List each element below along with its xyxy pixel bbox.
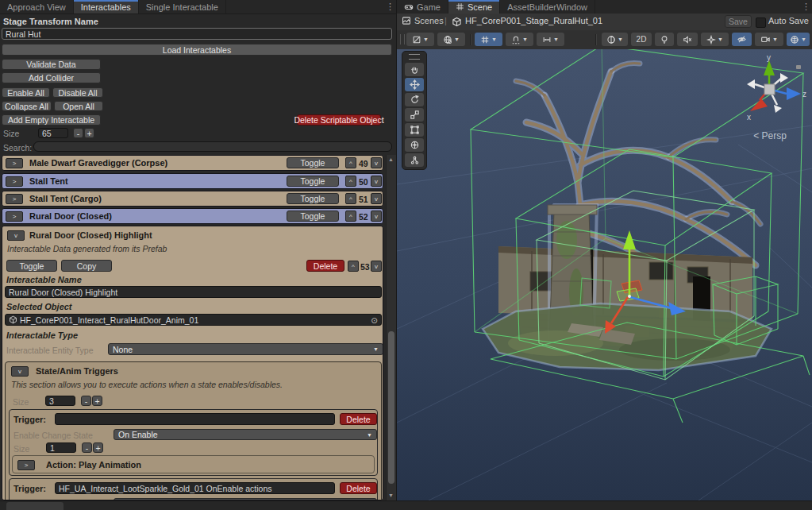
move-down-button[interactable]: v <box>371 193 382 204</box>
size-input[interactable] <box>38 128 68 138</box>
gizmo-z-cone[interactable] <box>787 87 801 100</box>
toggle-button[interactable]: Toggle <box>6 260 57 272</box>
scale-tool[interactable] <box>405 108 424 122</box>
gizmo-neg-axis-cone[interactable] <box>780 73 788 83</box>
2d-toggle-button[interactable]: 2D <box>631 33 652 46</box>
effects-toggle-button[interactable]: ▼ <box>701 33 729 46</box>
tab-scene[interactable]: Scene <box>448 0 500 14</box>
toggle-button[interactable]: Toggle <box>287 193 339 204</box>
auto-save-checkbox[interactable] <box>756 17 766 28</box>
enable-all-button[interactable]: Enable All <box>2 87 50 98</box>
gizmo-x-cone[interactable] <box>750 99 768 111</box>
object-target-icon[interactable]: ⊙ <box>371 315 378 325</box>
interactable-row[interactable]: > Rural Door (Closed) Toggle ^ 52 v <box>2 208 383 224</box>
disable-all-button[interactable]: Disable All <box>52 87 103 98</box>
stage-name-input[interactable] <box>2 28 392 40</box>
actions-size-input[interactable] <box>46 442 76 453</box>
load-interactables-button[interactable]: Load Interactables <box>2 44 392 56</box>
add-collider-button[interactable]: Add Collider <box>2 72 101 83</box>
add-empty-interactable-button[interactable]: Add Empty Interactable <box>2 114 101 126</box>
move-up-button[interactable]: ^ <box>345 176 356 187</box>
scroll-up-icon[interactable]: ▲ <box>387 156 395 162</box>
delete-trigger-button[interactable]: Delete <box>340 413 377 425</box>
snap-increment-button[interactable]: ▼ <box>537 33 564 46</box>
interactable-row[interactable]: > Male Dwarf Gravedigger (Corpse) Toggle… <box>2 155 383 171</box>
size-plus-button[interactable]: + <box>84 128 94 138</box>
expand-button[interactable]: > <box>6 158 23 168</box>
custom-tool[interactable] <box>405 153 424 167</box>
toggle-button[interactable]: Toggle <box>287 211 339 222</box>
enable-change-state-dropdown[interactable]: On Enable ▼ <box>114 429 377 440</box>
expand-button[interactable]: > <box>6 176 23 187</box>
tab-game[interactable]: Game <box>397 0 448 14</box>
scrollbar-thumb[interactable] <box>388 331 394 484</box>
size-plus-button[interactable]: + <box>92 396 102 406</box>
expand-button[interactable]: > <box>6 211 23 222</box>
gizmo-y-cone[interactable] <box>764 60 775 75</box>
section-collapse-button[interactable]: v <box>11 366 29 377</box>
trigger-input[interactable] <box>55 482 335 494</box>
rotate-tool[interactable] <box>405 93 424 106</box>
object-picker-field[interactable]: HF_CoreP001_Interact_RuralHutDoor_Anim_0… <box>5 314 382 326</box>
gizmo-neg-axis-cone[interactable] <box>747 79 755 89</box>
camera-settings-button[interactable]: ▼ <box>755 33 783 46</box>
scroll-down-icon[interactable]: ▼ <box>387 493 395 498</box>
delete-scriptable-object-button[interactable]: Delete Scriptable Object <box>297 114 381 126</box>
scene-viewport[interactable]: y z x < Persp <box>397 49 812 500</box>
size-plus-button[interactable]: + <box>93 442 103 453</box>
shading-mode-button[interactable]: ▼ <box>602 33 628 46</box>
right-panel-menu-icon[interactable]: ⋮ <box>802 2 810 12</box>
collapse-button[interactable]: v <box>7 230 25 241</box>
viewport-overlay-menu-icon[interactable] <box>796 65 801 69</box>
interactable-name-input[interactable] <box>5 286 382 298</box>
delete-button[interactable]: Delete <box>306 260 344 272</box>
size-minus-button[interactable]: - <box>73 128 83 138</box>
validate-data-button[interactable]: Validate Data <box>2 59 101 70</box>
tab-interactables[interactable]: Interactables <box>74 0 139 14</box>
move-down-button[interactable]: v <box>371 261 382 272</box>
tab-approach-view[interactable]: Approach View <box>0 0 74 14</box>
move-down-button[interactable]: v <box>371 157 382 168</box>
gizmo-neg-axis-cone[interactable] <box>774 105 782 113</box>
size-minus-button[interactable]: - <box>82 442 92 453</box>
list-scrollbar[interactable]: ▲ ▼ <box>386 155 396 500</box>
rect-tool[interactable] <box>405 123 424 137</box>
move-tool[interactable] <box>405 78 424 91</box>
size-minus-button[interactable]: - <box>81 396 91 406</box>
delete-trigger-button[interactable]: Delete <box>340 482 377 494</box>
lighting-toggle-button[interactable] <box>655 33 674 46</box>
trigger-input[interactable] <box>55 413 335 425</box>
triggers-size-input[interactable] <box>45 396 75 406</box>
transform-tool[interactable] <box>405 138 424 152</box>
hand-tool[interactable] <box>405 63 424 76</box>
move-up-button[interactable]: ^ <box>348 261 359 272</box>
orientation-mode-button[interactable]: ▼ <box>437 33 465 46</box>
action-row[interactable]: > Action: Play Animation <box>12 455 375 473</box>
toolbar-drag-handle[interactable] <box>400 34 405 44</box>
stage-breadcrumb-label[interactable]: HF_CoreP001_Stage_RuralHut_01 <box>465 16 602 25</box>
move-up-button[interactable]: ^ <box>345 157 356 168</box>
interactable-row[interactable]: > Stall Tent Toggle ^ 50 v <box>2 173 383 189</box>
toggle-button[interactable]: Toggle <box>287 176 339 187</box>
partial-window-tab[interactable] <box>6 502 63 510</box>
move-down-button[interactable]: v <box>371 211 382 222</box>
tab-assetbuilderwindow[interactable]: AssetBuilderWindow <box>500 0 595 14</box>
tools-drag-handle[interactable] <box>409 54 420 60</box>
expand-button[interactable]: > <box>6 194 23 204</box>
snap-toggle-button[interactable]: ▼ <box>506 33 533 46</box>
move-up-button[interactable]: ^ <box>345 193 356 204</box>
gizmo-center-cube[interactable] <box>764 84 775 95</box>
interactable-row[interactable]: > Stall Tent (Cargo) Toggle ^ 51 v <box>2 191 383 207</box>
move-down-button[interactable]: v <box>371 176 382 187</box>
left-panel-menu-icon[interactable]: ⋮ <box>386 2 394 12</box>
perspective-toggle[interactable]: < Persp <box>739 130 801 141</box>
grid-visibility-button[interactable]: ▼ <box>475 33 502 46</box>
gizmos-button[interactable]: ▼ <box>787 33 810 46</box>
open-all-button[interactable]: Open All <box>54 101 103 111</box>
entity-type-dropdown[interactable]: None ▼ <box>108 343 383 355</box>
pivot-mode-button[interactable]: ▼ <box>406 33 434 46</box>
collapse-all-button[interactable]: Collapse All <box>2 101 52 111</box>
audio-toggle-button[interactable] <box>677 33 698 46</box>
toggle-button[interactable]: Toggle <box>287 157 339 168</box>
search-input[interactable] <box>33 141 392 152</box>
